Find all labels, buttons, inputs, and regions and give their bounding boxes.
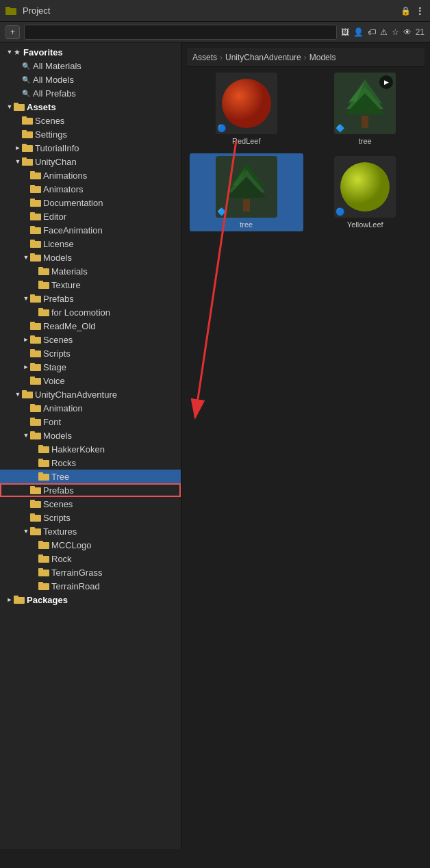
sidebar-item-editor[interactable]: Editor bbox=[0, 209, 181, 223]
svg-rect-61 bbox=[30, 500, 35, 502]
sidebar-section-favorites[interactable]: ★ Favorites bbox=[0, 45, 181, 59]
stage-arrow bbox=[22, 363, 30, 371]
asset-item-tree2[interactable]: 🔷 tree bbox=[190, 153, 303, 231]
sidebar-item-rocks[interactable]: Rocks bbox=[0, 456, 181, 470]
svg-rect-17 bbox=[30, 199, 35, 201]
svg-rect-33 bbox=[38, 308, 43, 311]
lock-icon[interactable]: 🔒 bbox=[401, 6, 411, 16]
title-bar-left: Project bbox=[5, 5, 50, 16]
asset-item-yellowleef[interactable]: 🔵 YellowLeef bbox=[309, 153, 422, 231]
sidebar-item-tutorialinfo[interactable]: TutorialInfo bbox=[0, 141, 181, 155]
sidebar-item-settings[interactable]: Settings bbox=[0, 127, 181, 141]
sidebar-item-models-uca[interactable]: Models bbox=[0, 429, 181, 442]
svg-rect-11 bbox=[22, 157, 27, 160]
sidebar-item-mcclogo[interactable]: MCCLogo bbox=[0, 538, 181, 552]
sidebar-item-license[interactable]: License bbox=[0, 237, 181, 251]
play-button-tree1[interactable]: ▶ bbox=[379, 75, 393, 89]
alert-icon[interactable]: ⚠ bbox=[380, 27, 388, 37]
sidebar-section-assets[interactable]: Assets bbox=[0, 100, 181, 114]
scenes-folder bbox=[22, 115, 33, 126]
terrainroad-folder bbox=[38, 580, 49, 591]
sidebar-item-voice[interactable]: Voice bbox=[0, 374, 181, 387]
models-uc-arrow bbox=[22, 253, 30, 261]
sidebar-item-terraingrass[interactable]: TerrainGrass bbox=[0, 565, 181, 579]
sidebar-item-faceanimation[interactable]: FaceAnimation bbox=[0, 223, 181, 237]
terrainroad-label: TerrainRoad bbox=[51, 581, 100, 591]
rock-label: Rock bbox=[51, 554, 72, 564]
models-uca-arrow bbox=[22, 431, 30, 439]
sidebar-item-all-models[interactable]: 🔍 All Models bbox=[0, 73, 181, 86]
svg-rect-21 bbox=[30, 226, 35, 229]
assets-folder-icon bbox=[14, 101, 25, 112]
sidebar-item-documentation[interactable]: Documentation bbox=[0, 196, 181, 209]
sidebar-item-scenes-uca[interactable]: Scenes bbox=[0, 497, 181, 511]
eye-icon[interactable]: 👁 bbox=[403, 27, 412, 37]
prefabs-uc-arrow bbox=[22, 294, 30, 303]
yellowleef-label: YellowLeef bbox=[347, 220, 383, 229]
breadcrumb-unitychanadventure[interactable]: UnityChanAdventure bbox=[225, 53, 301, 62]
scripts-uca-folder bbox=[30, 512, 41, 523]
favorites-arrow bbox=[5, 48, 14, 56]
svg-point-87 bbox=[340, 162, 390, 212]
breadcrumb-assets[interactable]: Assets bbox=[192, 53, 217, 62]
breadcrumb: Assets › UnityChanAdventure › Models bbox=[187, 48, 425, 67]
sidebar-item-unitychanadventure[interactable]: UnityChanAdventure bbox=[0, 387, 181, 401]
sidebar-item-tree[interactable]: Tree bbox=[0, 470, 181, 483]
sidebar-item-hakkerkoken[interactable]: HakkerKoken bbox=[0, 442, 181, 456]
asset-item-tree1[interactable]: ▶ 🔷 tree bbox=[309, 70, 422, 148]
tag-icon[interactable]: 🏷 bbox=[368, 27, 376, 37]
breadcrumb-models[interactable]: Models bbox=[309, 53, 336, 62]
sidebar-item-prefabs-uca[interactable]: Prefabs bbox=[0, 483, 181, 497]
person-icon[interactable]: 👤 bbox=[353, 27, 364, 37]
terraingrass-label: TerrainGrass bbox=[51, 567, 102, 578]
sidebar-item-animation-uca[interactable]: Animation bbox=[0, 401, 181, 415]
sidebar-item-unitychan[interactable]: UnityChan bbox=[0, 155, 181, 168]
sidebar-item-scenes-uc[interactable]: Scenes bbox=[0, 333, 181, 346]
textures-uca-folder bbox=[30, 526, 41, 537]
tree2-label: tree bbox=[240, 220, 253, 229]
svg-rect-73 bbox=[38, 582, 43, 585]
star-icon[interactable]: ☆ bbox=[392, 27, 399, 37]
sidebar-item-scripts-uc[interactable]: Scripts bbox=[0, 346, 181, 360]
sidebar-item-readme[interactable]: ReadMe_Old bbox=[0, 319, 181, 333]
sidebar-item-rock[interactable]: Rock bbox=[0, 552, 181, 565]
sidebar-item-prefabs-uc[interactable]: Prefabs bbox=[0, 292, 181, 305]
sidebar-item-terrainroad[interactable]: TerrainRoad bbox=[0, 579, 181, 593]
yellowleef-type-icon: 🔵 bbox=[336, 207, 345, 216]
sidebar-item-models-uc[interactable]: Models bbox=[0, 251, 181, 264]
mcclogo-folder bbox=[38, 539, 49, 550]
more-icon[interactable]: ⋮ bbox=[415, 5, 425, 16]
svg-rect-41 bbox=[30, 363, 35, 366]
svg-rect-67 bbox=[38, 541, 43, 544]
tree-folder bbox=[38, 471, 49, 482]
search-input[interactable] bbox=[24, 25, 337, 40]
asset-thumb-yellowleef: 🔵 bbox=[334, 156, 396, 218]
sidebar-item-textures-uca[interactable]: Textures bbox=[0, 524, 181, 538]
sidebar-item-stage[interactable]: Stage bbox=[0, 360, 181, 374]
tree1-label: tree bbox=[359, 137, 372, 145]
scripts-uca-label: Scripts bbox=[43, 513, 71, 523]
photo-icon[interactable]: 🖼 bbox=[341, 27, 349, 37]
sidebar-item-animations[interactable]: Animations bbox=[0, 168, 181, 182]
sidebar-item-scenes[interactable]: Scenes bbox=[0, 114, 181, 127]
add-button[interactable]: + bbox=[5, 25, 20, 39]
sidebar-item-for-locomotion[interactable]: for Locomotion bbox=[0, 305, 181, 319]
sidebar-item-packages[interactable]: Packages bbox=[0, 593, 181, 607]
scenes-uc-arrow bbox=[22, 335, 30, 344]
sidebar-item-animators[interactable]: Animators bbox=[0, 182, 181, 196]
favorites-label: Favorites bbox=[23, 47, 63, 58]
sidebar-item-all-prefabs[interactable]: 🔍 All Prefabs bbox=[0, 86, 181, 100]
sidebar-item-scripts-uca[interactable]: Scripts bbox=[0, 511, 181, 524]
animation-uca-folder bbox=[30, 403, 41, 413]
tree1-type-icon: 🔷 bbox=[336, 124, 345, 133]
sidebar-item-texture[interactable]: Texture bbox=[0, 278, 181, 292]
sidebar-item-font[interactable]: Font bbox=[0, 415, 181, 429]
sidebar-item-all-materials[interactable]: 🔍 All Materials bbox=[0, 59, 181, 73]
svg-rect-49 bbox=[30, 418, 35, 420]
settings-label: Settings bbox=[35, 129, 67, 140]
readme-label: ReadMe_Old bbox=[43, 321, 96, 331]
redleef-type-icon: 🔵 bbox=[217, 124, 227, 133]
svg-rect-35 bbox=[30, 322, 35, 324]
asset-item-redleef[interactable]: 🔵 RedLeef bbox=[190, 70, 303, 148]
sidebar-item-materials[interactable]: Materials bbox=[0, 264, 181, 278]
